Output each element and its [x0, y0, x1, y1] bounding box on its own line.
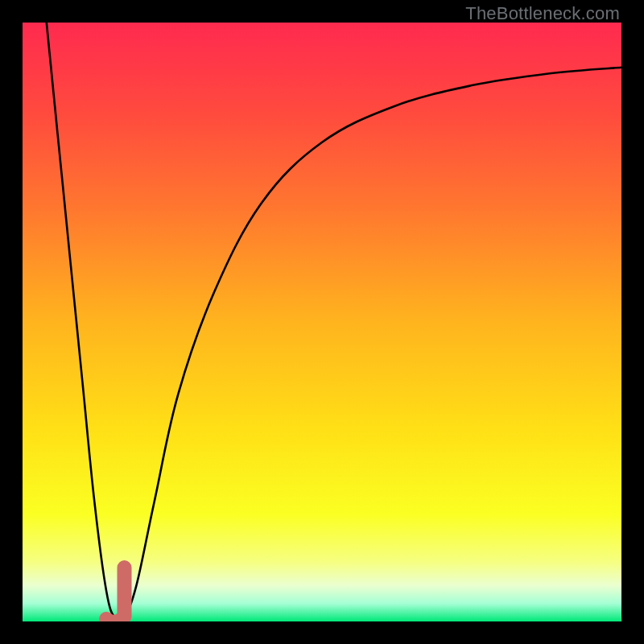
- gradient-rect: [23, 23, 621, 621]
- chart-canvas: [23, 23, 621, 621]
- watermark-label: TheBottleneck.com: [465, 3, 620, 24]
